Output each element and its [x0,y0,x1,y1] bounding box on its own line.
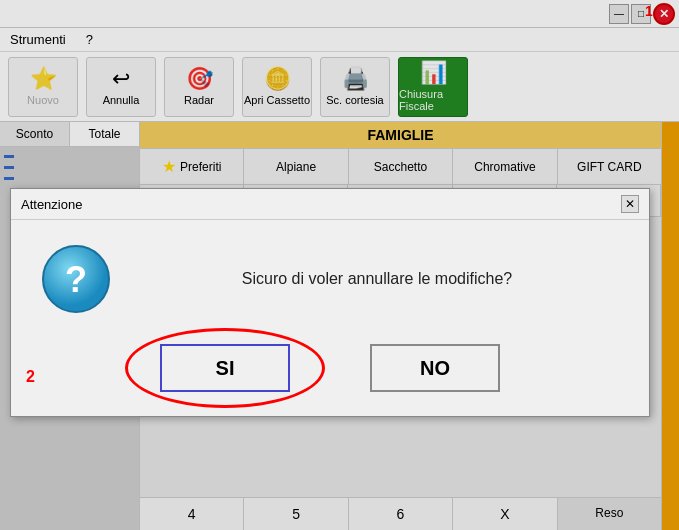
dialog-message: Sicuro di voler annullare le modifiche? [135,270,619,288]
si-button[interactable]: SI [160,344,290,392]
badge-2: 2 [26,368,35,386]
dialog-title-bar: Attenzione ✕ [11,189,649,220]
question-icon: ? [41,244,111,314]
dialog-body: ? Sicuro di voler annullare le modifiche… [11,220,649,334]
dialog-footer: SI NO 2 [11,334,649,416]
dialog-overlay: Attenzione ✕ ? Sicuro di voler ann [0,0,679,530]
no-button[interactable]: NO [370,344,500,392]
dialog-title: Attenzione [21,197,82,212]
si-btn-wrapper: SI [160,344,290,392]
dialog-close-button[interactable]: ✕ [621,195,639,213]
attenzione-dialog: Attenzione ✕ ? Sicuro di voler ann [10,188,650,417]
svg-text:?: ? [65,259,87,300]
